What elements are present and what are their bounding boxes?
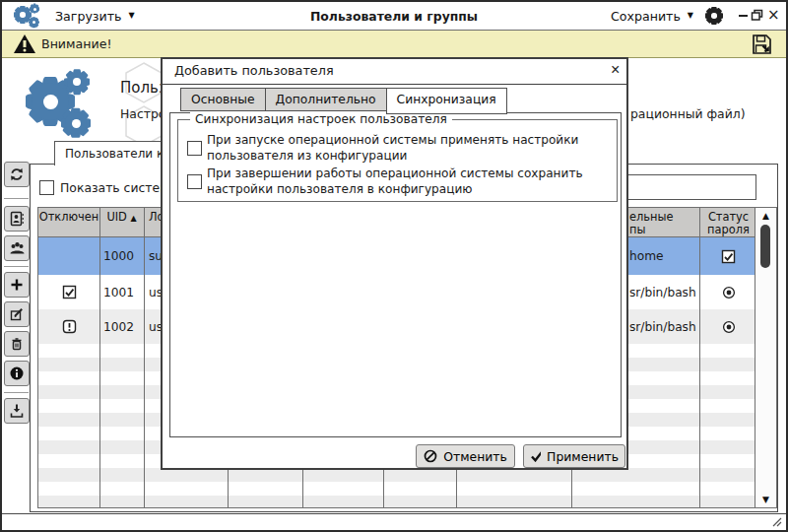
apply-check-icon xyxy=(530,450,541,462)
refresh-button[interactable] xyxy=(4,162,30,187)
checkbox-checked-icon xyxy=(699,237,757,275)
edit-icon xyxy=(9,306,25,322)
column-header-disabled[interactable]: Отключен xyxy=(38,211,99,224)
app-gears-icon xyxy=(30,4,39,14)
apply-label: Применить xyxy=(547,449,619,464)
tab-additional[interactable]: Дополнительно xyxy=(265,88,387,111)
cancel-label: Отменить xyxy=(443,449,507,464)
save-menu-button[interactable]: Сохранить ▼ xyxy=(605,6,699,26)
sidebar-separator xyxy=(4,198,29,199)
status-bar xyxy=(2,513,786,530)
add-button[interactable] xyxy=(4,272,30,298)
floppy-save-icon[interactable] xyxy=(751,33,774,56)
groups-button[interactable] xyxy=(4,235,30,261)
cancel-icon xyxy=(424,449,437,463)
dialog-tabs: Основные Дополнительно Синхронизация xyxy=(180,88,506,114)
resize-grip-icon[interactable] xyxy=(772,517,782,527)
info-icon xyxy=(9,366,25,381)
warning-triangle-icon xyxy=(13,33,36,54)
restore-icon[interactable] xyxy=(751,9,763,22)
titlebar: Загрузить ▼ Пользователи и группы Сохран… xyxy=(2,2,786,31)
scrollbar-thumb[interactable] xyxy=(760,225,770,268)
warning-label: Внимание! xyxy=(41,36,112,51)
show-system-checkbox[interactable] xyxy=(39,180,54,195)
plus-icon xyxy=(9,277,25,293)
sync-settings-fieldset: Синхронизация настроек пользователя При … xyxy=(177,119,618,202)
radio-dot-icon xyxy=(699,275,757,309)
save-menu-label: Сохранить xyxy=(611,9,681,24)
apply-on-start-checkbox[interactable] xyxy=(187,141,202,156)
exclamation-box-icon xyxy=(38,309,99,344)
chevron-down-icon: ▼ xyxy=(688,12,693,20)
column-header-uid[interactable]: UID ▲ xyxy=(99,211,144,225)
load-menu-button[interactable]: Загрузить ▼ xyxy=(49,6,141,26)
sort-asc-icon: ▲ xyxy=(130,214,136,223)
app-window: Загрузить ▼ Пользователи и группы Сохран… xyxy=(0,0,788,532)
checkbox-checked-icon xyxy=(38,275,99,309)
edit-button[interactable] xyxy=(4,301,30,327)
uid-cell: 1002 xyxy=(103,309,134,344)
fieldset-legend: Синхронизация настроек пользователя xyxy=(190,112,452,126)
cancel-button[interactable]: Отменить xyxy=(416,444,515,468)
scroll-down-icon[interactable]: ▼ xyxy=(755,495,776,504)
dialog-title: Добавить пользователя xyxy=(174,63,334,78)
scroll-up-icon[interactable]: ▲ xyxy=(755,211,776,221)
app-gears-icon xyxy=(29,17,39,28)
refresh-icon xyxy=(9,166,25,182)
column-header-password-status[interactable]: Статус пароля xyxy=(699,211,757,236)
user-card-button[interactable] xyxy=(4,206,30,232)
add-user-dialog: Добавить пользователя × Основные Дополни… xyxy=(161,57,628,470)
sidebar-separator xyxy=(4,266,29,267)
minimize-icon[interactable] xyxy=(739,15,748,17)
path-cell: home xyxy=(629,237,664,275)
trash-icon xyxy=(9,336,25,352)
path-cell: sr/bin/bash xyxy=(629,275,696,309)
uid-cell: 1001 xyxy=(103,275,134,309)
uid-cell: 1000 xyxy=(103,237,134,275)
save-on-shutdown-label: При завершении работы операционной систе… xyxy=(207,166,605,197)
logo-gears-icon xyxy=(61,108,91,138)
tab-synchronization[interactable]: Синхронизация xyxy=(386,88,507,114)
info-button[interactable] xyxy=(4,361,30,386)
user-group-icon xyxy=(9,240,26,256)
apply-on-start-label: При запуске операционной системы применя… xyxy=(207,133,605,164)
import-icon xyxy=(9,403,25,419)
tab-basic[interactable]: Основные xyxy=(180,88,266,111)
dialog-tab-content: Синхронизация настроек пользователя При … xyxy=(169,112,622,437)
page-subtitle-tail: рационный файл) xyxy=(630,106,746,121)
delete-button[interactable] xyxy=(4,331,30,357)
path-cell: sr/bin/bash xyxy=(629,309,696,344)
apply-button[interactable]: Применить xyxy=(523,444,625,468)
warning-bar: Внимание! xyxy=(2,31,786,58)
logo-gears-icon xyxy=(64,69,90,95)
load-menu-label: Загрузить xyxy=(55,9,122,24)
sidebar-separator xyxy=(4,392,29,393)
dialog-titlebar: Добавить пользователя × xyxy=(163,59,626,85)
radio-dot-icon xyxy=(699,309,757,344)
settings-gear-icon[interactable] xyxy=(705,7,723,25)
save-on-shutdown-checkbox[interactable] xyxy=(187,174,202,189)
close-icon[interactable]: × xyxy=(605,60,625,80)
close-icon[interactable]: × xyxy=(767,6,780,24)
address-book-icon xyxy=(9,211,25,227)
import-button[interactable] xyxy=(4,398,30,424)
column-header-groups-tail[interactable]: ельные пы xyxy=(629,211,673,236)
vertical-scrollbar[interactable]: ▲ ▼ xyxy=(755,208,776,507)
chevron-down-icon: ▼ xyxy=(129,12,135,20)
